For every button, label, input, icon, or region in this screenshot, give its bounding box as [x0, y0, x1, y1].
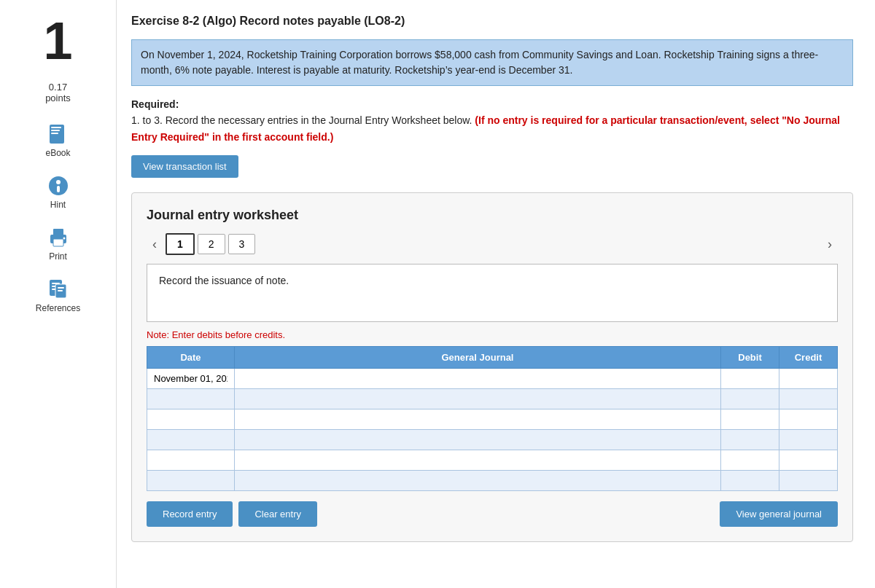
- sidebar-tool-hint[interactable]: Hint: [7, 170, 109, 214]
- credit-input-5[interactable]: [784, 454, 833, 466]
- credit-input-4[interactable]: [784, 434, 833, 446]
- required-label: Required:: [131, 98, 179, 110]
- main-content: Exercise 8-2 (Algo) Record notes payable…: [117, 0, 875, 588]
- debit-input-2[interactable]: [726, 393, 774, 405]
- svg-rect-2: [51, 130, 60, 131]
- debit-input-6[interactable]: [726, 474, 774, 487]
- tab-next-arrow[interactable]: ›: [822, 234, 838, 255]
- debit-cell-1: [721, 369, 779, 389]
- date-input-2[interactable]: [152, 393, 230, 405]
- svg-point-10: [63, 238, 65, 240]
- credit-input-1[interactable]: [784, 372, 833, 385]
- journal-cell-6: [235, 471, 721, 491]
- journal-input-2[interactable]: [239, 393, 716, 405]
- svg-rect-8: [53, 229, 63, 235]
- worksheet-card: Journal entry worksheet ‹ 1 2 3 › Record…: [131, 192, 853, 542]
- journal-input-6[interactable]: [239, 474, 716, 487]
- col-general-journal: General Journal: [235, 347, 721, 369]
- print-label: Print: [49, 251, 67, 262]
- required-instruction: 1. to 3. Record the necessary entries in…: [131, 114, 472, 126]
- debit-cell-3: [721, 409, 779, 430]
- journal-cell-4: [235, 430, 721, 450]
- worksheet-title: Journal entry worksheet: [147, 208, 838, 223]
- date-input-5[interactable]: [152, 454, 230, 466]
- clear-entry-button[interactable]: Clear entry: [238, 501, 317, 527]
- svg-rect-9: [53, 239, 63, 246]
- debit-input-5[interactable]: [726, 454, 774, 466]
- col-credit: Credit: [779, 347, 838, 369]
- journal-cell-5: [235, 450, 721, 471]
- view-general-journal-button[interactable]: View general journal: [720, 501, 838, 527]
- tab-3[interactable]: 3: [228, 234, 256, 254]
- date-cell-5: [147, 450, 235, 471]
- record-entry-button[interactable]: Record entry: [147, 501, 233, 527]
- credit-cell-4: [779, 430, 838, 450]
- debit-input-3[interactable]: [726, 413, 774, 426]
- references-label: References: [36, 303, 80, 313]
- table-row: [147, 450, 838, 471]
- svg-rect-17: [58, 290, 63, 291]
- date-cell-2: [147, 389, 235, 409]
- journal-cell-1: [235, 369, 721, 389]
- date-input-6[interactable]: [152, 474, 230, 487]
- problem-text: On November 1, 2024, Rocketship Training…: [131, 39, 853, 86]
- journal-input-3[interactable]: [239, 413, 716, 426]
- svg-point-5: [56, 180, 61, 184]
- table-row: [147, 471, 838, 491]
- hint-label: Hint: [50, 200, 66, 210]
- tab-1[interactable]: 1: [166, 233, 195, 255]
- action-buttons: Record entry Clear entry View general jo…: [147, 501, 838, 527]
- credit-input-6[interactable]: [784, 474, 833, 487]
- table-row: [147, 430, 838, 450]
- debit-cell-5: [721, 450, 779, 471]
- svg-rect-1: [51, 127, 61, 128]
- tabs-nav: ‹ 1 2 3 ›: [147, 233, 838, 255]
- journal-cell-2: [235, 389, 721, 409]
- exercise-title: Exercise 8-2 (Algo) Record notes payable…: [131, 15, 853, 28]
- journal-input-5[interactable]: [239, 454, 716, 466]
- credit-cell-1: [779, 369, 838, 389]
- debit-input-1[interactable]: [726, 372, 774, 385]
- col-debit: Debit: [721, 347, 779, 369]
- credit-input-2[interactable]: [784, 393, 833, 405]
- sidebar-tool-references[interactable]: References: [7, 273, 109, 318]
- date-cell-6: [147, 471, 235, 491]
- debit-cell-6: [721, 471, 779, 491]
- credit-cell-2: [779, 389, 838, 409]
- required-section: Required: 1. to 3. Record the necessary …: [131, 96, 853, 145]
- note-warning: Note: Enter debits before credits.: [147, 329, 838, 340]
- date-cell-1: [147, 369, 235, 389]
- print-icon: [47, 226, 70, 249]
- sidebar-tool-ebook[interactable]: eBook: [7, 118, 109, 162]
- debit-input-4[interactable]: [726, 434, 774, 446]
- journal-cell-3: [235, 409, 721, 430]
- date-input-4[interactable]: [152, 434, 230, 446]
- debit-cell-2: [721, 389, 779, 409]
- sidebar: 1 0.17 points eBook: [0, 0, 117, 588]
- svg-rect-6: [57, 186, 60, 192]
- col-date: Date: [147, 347, 235, 369]
- book-icon: [47, 122, 70, 146]
- points-label: 0.17 points: [45, 82, 71, 103]
- svg-rect-16: [58, 287, 64, 289]
- references-icon: [47, 278, 70, 301]
- sidebar-tool-print[interactable]: Print: [7, 222, 109, 266]
- journal-table: Date General Journal Debit Credit: [147, 346, 838, 491]
- view-transaction-button[interactable]: View transaction list: [131, 155, 238, 178]
- table-row: [147, 369, 838, 389]
- tab-2[interactable]: 2: [198, 234, 225, 254]
- table-row: [147, 389, 838, 409]
- tab-prev-arrow[interactable]: ‹: [147, 234, 163, 255]
- question-number: 1: [43, 7, 72, 82]
- sidebar-tools: eBook Hint: [0, 118, 116, 318]
- journal-input-4[interactable]: [239, 434, 716, 446]
- date-input-1[interactable]: [152, 372, 230, 385]
- ebook-label: eBook: [45, 148, 70, 158]
- credit-cell-5: [779, 450, 838, 471]
- date-cell-3: [147, 409, 235, 430]
- date-input-3[interactable]: [152, 413, 230, 426]
- journal-input-1[interactable]: [239, 372, 716, 385]
- note-text: Record the issuance of note.: [159, 275, 289, 286]
- credit-input-3[interactable]: [784, 413, 833, 426]
- table-row: [147, 409, 838, 430]
